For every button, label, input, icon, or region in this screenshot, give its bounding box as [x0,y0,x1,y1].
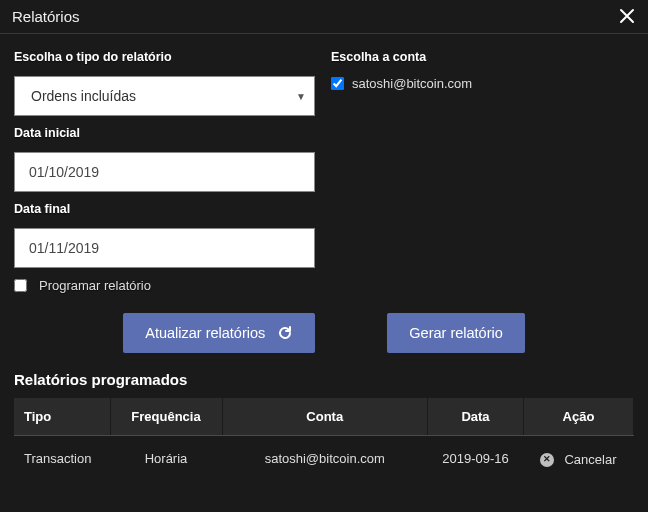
account-checkbox[interactable] [331,77,344,90]
x-circle-icon: ✕ [540,453,554,467]
cell-type: Transaction [14,436,110,482]
scheduled-reports-title: Relatórios programados [14,371,634,388]
page-title: Relatórios [12,8,80,25]
schedule-label: Programar relatório [39,278,151,293]
col-freq: Frequência [110,398,222,436]
refresh-reports-button[interactable]: Atualizar relatórios [123,313,315,353]
account-label: Escolha a conta [331,50,634,64]
cancel-label: Cancelar [564,452,616,467]
table-header-row: Tipo Frequência Conta Data Ação [14,398,634,436]
refresh-icon [277,325,293,341]
schedule-checkbox[interactable] [14,279,27,292]
close-icon[interactable] [618,7,636,25]
col-type: Tipo [14,398,110,436]
col-action: Ação [524,398,634,436]
col-account: Conta [222,398,428,436]
chevron-down-icon: ▼ [296,91,306,102]
table-row: Transaction Horária satoshi@bitcoin.com … [14,436,634,482]
start-date-label: Data inicial [14,126,634,140]
account-value: satoshi@bitcoin.com [352,76,472,91]
col-date: Data [428,398,524,436]
report-type-value: Ordens incluídas [31,88,136,104]
refresh-button-label: Atualizar relatórios [145,325,265,341]
report-type-label: Escolha o tipo do relatório [14,50,315,64]
cell-freq: Horária [110,436,222,482]
generate-report-button[interactable]: Gerar relatório [387,313,524,353]
cell-date: 2019-09-16 [428,436,524,482]
generate-button-label: Gerar relatório [409,325,502,341]
end-date-input[interactable] [14,228,315,268]
titlebar: Relatórios [0,0,648,34]
content: Escolha o tipo do relatório Ordens inclu… [0,34,648,481]
report-type-select[interactable]: Ordens incluídas ▼ [14,76,315,116]
cell-account: satoshi@bitcoin.com [222,436,428,482]
start-date-input[interactable] [14,152,315,192]
account-checkbox-row[interactable]: satoshi@bitcoin.com [331,76,634,91]
scheduled-reports-table: Tipo Frequência Conta Data Ação Transact… [14,398,634,481]
end-date-label: Data final [14,202,634,216]
cancel-button[interactable]: ✕ Cancelar [540,452,616,467]
